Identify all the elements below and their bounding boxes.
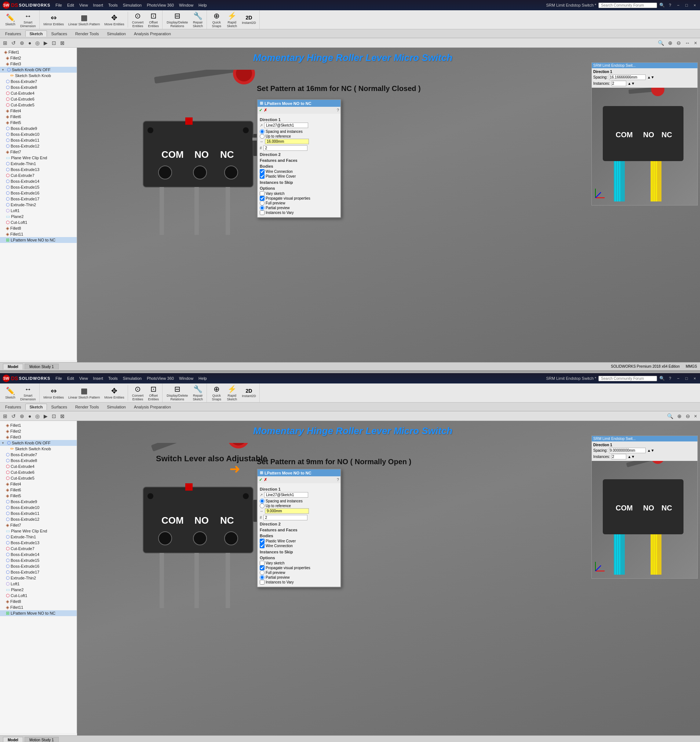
tree-item-plane2-top[interactable]: ▭ Plane2 [0, 213, 76, 219]
vary-sketch-checkbox-top[interactable] [260, 191, 265, 196]
search-input-bottom[interactable] [599, 376, 657, 381]
tab-surfaces-top[interactable]: Surfaces [48, 31, 71, 37]
tab-render-tools-bottom[interactable]: Render Tools [72, 404, 103, 410]
smart-dimension-button-bottom[interactable]: ↔ SmartDimension [18, 384, 38, 402]
spacing-instances-radio-top[interactable] [260, 129, 265, 134]
icon-row-btn-3b[interactable]: ⊛ [18, 412, 26, 420]
tab-analysis-top[interactable]: Analysis Preparation [130, 31, 175, 37]
icon-row-btn-1b[interactable]: ⊞ [1, 412, 9, 420]
tree-item-extrude-thin2-bottom[interactable]: ⬡ Extrude-Thin2 [0, 575, 76, 581]
tab-sketch-top[interactable]: Sketch [25, 31, 47, 37]
icon-row-btn-5b[interactable]: ◎ [34, 412, 41, 420]
linear-sketch-button-bottom[interactable]: ▦ Linear Sketch Pattern [66, 386, 102, 400]
menu-tools-bottom[interactable]: Tools [106, 375, 120, 381]
tree-item-cut5-bottom[interactable]: ⬡ Cut-Extrude5 [0, 475, 76, 481]
body2-checkbox-top[interactable] [260, 174, 265, 179]
tree-item-cut7-top[interactable]: ⬡ Cut-Extrude7 [0, 172, 76, 178]
tab-sketch-bottom[interactable]: Sketch [25, 404, 47, 410]
icon-row-btn-4[interactable]: ● [27, 39, 33, 47]
tree-item-fillet3-bottom[interactable]: ◈ Fillet3 [0, 434, 76, 440]
tree-item-boss7-top[interactable]: ⬡ Boss-Extrude7 [0, 78, 76, 84]
tree-item-fillet6-bottom[interactable]: ◈ Fillet6 [0, 487, 76, 493]
tree-item-plane2-bottom[interactable]: ▭ Plane2 [0, 587, 76, 593]
tab-simulation-top[interactable]: Simulation [103, 31, 129, 37]
tab-features-bottom[interactable]: Features [1, 404, 25, 410]
dialog-confirm-bottom[interactable]: ✓ [259, 477, 262, 482]
spacing-value-input-top[interactable] [265, 139, 309, 144]
tree-item-lpattern-top[interactable]: ⊞ LPattern Move NO to NC [0, 237, 76, 243]
up-to-reference-radio-bottom[interactable] [260, 504, 265, 508]
icon-row-btn-2[interactable]: ↺ [10, 39, 17, 47]
win-help-top[interactable]: ? [667, 2, 673, 8]
instant2d-button[interactable]: 2D Instant2D [240, 14, 258, 25]
instances-value-input-top[interactable] [263, 145, 307, 151]
tree-item-cut4-top[interactable]: ⬡ Cut-Extrude4 [0, 90, 76, 96]
tree-item-fillet2-top[interactable]: ◈ Fillet2 [0, 55, 76, 61]
tree-item-fillet7-bottom[interactable]: ◈ Fillet7 [0, 522, 76, 528]
body2-checkbox-bottom[interactable] [260, 543, 265, 548]
tree-item-extrude-thin1-bottom[interactable]: ⬡ Extrude-Thin1 [0, 534, 76, 540]
tree-item-boss11-bottom[interactable]: ⬡ Boss-Extrude11 [0, 511, 76, 516]
feature-tree-bottom[interactable]: ◈ Fillet1 ◈ Fillet2 ◈ Fillet3 ▼ ⬡ Switch… [0, 421, 77, 733]
quick-snaps-button[interactable]: ⊕ QuickSnaps [209, 11, 224, 29]
tree-item-cut5-top[interactable]: ⬡ Cut-Extrude5 [0, 102, 76, 108]
view-icon-2[interactable]: ⊕ [667, 39, 674, 47]
tree-item-loft1-bottom[interactable]: ⬡ Loft1 [0, 581, 76, 587]
tab-render-tools-top[interactable]: Render Tools [72, 31, 103, 37]
tree-item-boss10-bottom[interactable]: ⬡ Boss-Extrude10 [0, 505, 76, 511]
menu-photoview-top[interactable]: PhotoView 360 [144, 2, 176, 8]
feature-tree-top[interactable]: ◈ Fillet1 ◈ Fillet2 ◈ Fillet3 ▼ ⬡ Switch… [0, 48, 77, 360]
offset-entities-button[interactable]: ⊡ OffsetEntities [146, 11, 161, 29]
tree-item-cut6-bottom[interactable]: ⬡ Cut-Extrude6 [0, 469, 76, 475]
partial-preview-radio-top[interactable] [260, 206, 265, 210]
sketch-button[interactable]: ✏️ Sketch [3, 12, 18, 27]
view-icon-4[interactable]: ↔ [684, 39, 691, 47]
body1-checkbox-top[interactable] [260, 169, 265, 174]
icon-row-btn-6b[interactable]: ▶ [42, 412, 49, 420]
tree-item-switch-knob-top[interactable]: ▼ ⬡ Switch Knob ON OFF [0, 67, 76, 73]
tree-item-switch-knob-bottom[interactable]: ▼ ⬡ Switch Knob ON OFF [0, 440, 76, 446]
sketch-button-bottom[interactable]: ✏️ Sketch [3, 386, 18, 400]
dialog-confirm-top[interactable]: ✓ [259, 108, 262, 113]
search-icon-bottom[interactable]: 🔍 [659, 376, 665, 381]
tree-item-boss16-bottom[interactable]: ⬡ Boss-Extrude16 [0, 563, 76, 569]
move-entities-button-bottom[interactable]: ✥ Move Entities [103, 386, 126, 400]
tree-item-boss9-bottom[interactable]: ⬡ Boss-Extrude9 [0, 499, 76, 505]
view-icon-1b[interactable]: 🔍 [666, 412, 675, 420]
instances-value-input-bottom[interactable] [263, 515, 307, 520]
instances-vary-checkbox-top[interactable] [260, 210, 265, 215]
tree-item-plane-wire-bottom[interactable]: ▭ Plane Wire Clip End [0, 528, 76, 534]
tree-item-cut7-bottom[interactable]: ⬡ Cut-Extrude7 [0, 546, 76, 552]
icon-row-btn-3[interactable]: ⊛ [18, 39, 26, 47]
tree-item-fillet4-bottom[interactable]: ◈ Fillet4 [0, 481, 76, 487]
tree-item-boss7-bottom[interactable]: ⬡ Boss-Extrude7 [0, 452, 76, 458]
model-tab-top[interactable]: Model [3, 364, 23, 370]
spacing-value-input-bottom[interactable] [265, 508, 309, 514]
tree-item-sketch-switch-bottom[interactable]: ✏ Sketch Switch Knob [0, 446, 76, 452]
tree-item-fillet11-bottom[interactable]: ◈ Fillet11 [0, 604, 76, 610]
menu-insert-bottom[interactable]: Insert [91, 375, 106, 381]
icon-row-btn-7b[interactable]: ⊡ [50, 412, 57, 420]
preview-instances-input[interactable] [612, 81, 626, 86]
view-icon-3b[interactable]: ⊖ [684, 412, 691, 420]
tree-item-boss11-top[interactable]: ⬡ Boss-Extrude11 [0, 137, 76, 143]
smart-dimension-button[interactable]: ↔ SmartDimension [18, 11, 38, 29]
win-close-top[interactable]: × [692, 2, 698, 8]
full-preview-radio-top[interactable] [260, 201, 265, 206]
menu-simulation-bottom[interactable]: Simulation [121, 375, 144, 381]
tree-item-lpattern-bottom[interactable]: ⊞ LPattern Move NO to NC [0, 610, 76, 616]
icon-row-btn-1[interactable]: ⊞ [1, 39, 9, 47]
partial-preview-radio-bottom[interactable] [260, 575, 265, 580]
tree-item-boss15-top[interactable]: ⬡ Boss-Extrude15 [0, 184, 76, 190]
tree-item-boss15-bottom[interactable]: ⬡ Boss-Extrude15 [0, 557, 76, 563]
tree-item-boss10-top[interactable]: ⬡ Boss-Extrude10 [0, 131, 76, 137]
instances-vary-checkbox-bottom[interactable] [260, 580, 265, 584]
direction1-ref-input-top[interactable] [264, 122, 308, 128]
full-preview-radio-bottom[interactable] [260, 570, 265, 575]
tree-item-fillet8-bottom[interactable]: ◈ Fillet8 [0, 599, 76, 604]
search-icon-top[interactable]: 🔍 [659, 3, 665, 8]
menu-file-bottom[interactable]: File [53, 375, 64, 381]
move-entities-button[interactable]: ✥ Move Entities [103, 12, 126, 27]
convert-entities-button-bottom[interactable]: ⊙ ConvertEntities [130, 384, 146, 402]
up-to-reference-radio-top[interactable] [260, 134, 265, 139]
